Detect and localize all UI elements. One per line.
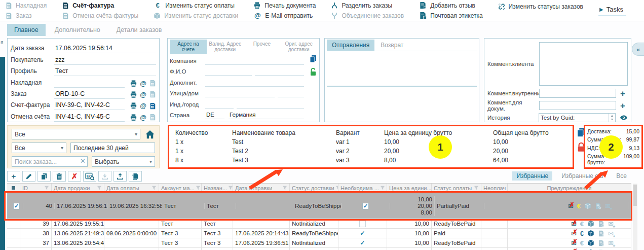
- header-select-all[interactable]: [7, 184, 20, 192]
- header-unit-price[interactable]: Цена за едини...: [387, 184, 432, 192]
- document-icon[interactable]: [149, 80, 156, 87]
- export-button[interactable]: [113, 171, 127, 182]
- toolbar-item-waybill[interactable]: Накладная: [5, 1, 47, 10]
- filter-funnel-icon[interactable]: [196, 186, 201, 191]
- search-eq-button[interactable]: EQ: [83, 171, 96, 182]
- filter-funnel-icon[interactable]: [228, 186, 233, 191]
- invoice-value[interactable]: INV-39-C, INV-42-C: [54, 101, 125, 110]
- toolbar-item-change-order-statuses[interactable]: Изменить статусы заказов: [498, 2, 583, 11]
- city-input[interactable]: [237, 101, 304, 109]
- tab-returns[interactable]: Возврат: [375, 40, 408, 51]
- collapse-panel-button[interactable]: «: [632, 43, 644, 56]
- order-row-40[interactable]: ✓ 40 17.06.2025 19:56:14 19.06.2025 16:3…: [7, 193, 631, 219]
- table-scrollbar[interactable]: [633, 184, 637, 250]
- clear-search-icon[interactable]: ✕: [80, 157, 86, 165]
- order-search-input[interactable]: [12, 156, 88, 167]
- lastname-input[interactable]: [255, 68, 304, 76]
- copy-page-button[interactable]: [129, 171, 142, 182]
- firstname-input[interactable]: [205, 68, 252, 76]
- print-icon[interactable]: [130, 80, 137, 87]
- toolbar-item-send-email[interactable]: @E-Mail отправить: [253, 11, 316, 20]
- required-checkbox-empty[interactable]: [359, 221, 366, 227]
- email-icon[interactable]: @: [140, 91, 146, 98]
- tab-main[interactable]: Главное: [7, 24, 46, 36]
- toolbar-item-invoice[interactable]: Счёт-фактура: [62, 1, 138, 10]
- copy-address-icon[interactable]: [309, 55, 317, 63]
- header-name[interactable]: Назван...: [202, 184, 233, 192]
- order-row-36[interactable]: 36 13.06.2025 20:53:04 Тест 3 Тест 3 Not…: [7, 248, 631, 250]
- required-checkbox-checked[interactable]: ✓: [362, 203, 369, 209]
- delete-order-button[interactable]: [53, 171, 66, 182]
- import-button[interactable]: [98, 171, 111, 182]
- filter-funnel-icon[interactable]: [380, 186, 385, 191]
- header-account[interactable]: Аккаунт ма...: [159, 184, 202, 192]
- country-name-input[interactable]: Германия: [229, 112, 304, 119]
- toolbar-item-merge-orders[interactable]: Объединение заказов: [331, 11, 404, 20]
- channel-filter-select[interactable]: Все▾: [12, 129, 140, 139]
- print-icon[interactable]: [130, 114, 137, 121]
- eye-icon[interactable]: [620, 114, 628, 122]
- toolbar-item-add-review[interactable]: Добавить отзыв: [419, 1, 482, 10]
- street-input[interactable]: [205, 90, 275, 97]
- print-icon[interactable]: [130, 91, 137, 98]
- toolbar-item-split-orders[interactable]: Разделить заказы: [331, 1, 404, 10]
- row-checkbox-checked[interactable]: ✓: [13, 203, 20, 209]
- toolbar-item-change-delivery-status[interactable]: Изменить статус доставки: [154, 11, 238, 20]
- document-icon[interactable]: [149, 91, 156, 98]
- header-required[interactable]: Необходима ...: [338, 184, 387, 192]
- zip-input[interactable]: [205, 101, 234, 109]
- email-icon[interactable]: @: [140, 80, 146, 87]
- add-internal-comment-button[interactable]: +: [620, 89, 625, 98]
- unlock-icon[interactable]: [309, 68, 317, 76]
- header-unpaid[interactable]: Неоплач: [481, 184, 508, 192]
- toolbar-item-cancel-invoice[interactable]: Отмена счёта-фактуры: [62, 11, 138, 20]
- tab-billing-address[interactable]: Адрес на счете: [170, 40, 207, 54]
- country-code-input[interactable]: DE: [205, 112, 224, 119]
- tasks-button[interactable]: ▶ Tasks: [598, 5, 626, 16]
- header-payment-date[interactable]: Дата оплаты: [104, 184, 159, 192]
- order-date-value[interactable]: 17.06.2025 19:56:14: [54, 45, 156, 53]
- filter-funnel-icon[interactable]: [282, 186, 287, 191]
- collapsed-side-panel[interactable]: [0, 57, 5, 250]
- email-icon[interactable]: @: [140, 102, 146, 110]
- home-icon[interactable]: [145, 129, 155, 139]
- header-warnings[interactable]: Предупреждения: [508, 184, 631, 192]
- company-input[interactable]: [205, 57, 304, 65]
- tab-other[interactable]: Прочее: [244, 40, 281, 54]
- document-icon[interactable]: [149, 102, 156, 110]
- copy-order-button[interactable]: [37, 171, 51, 182]
- order-row-37[interactable]: 37 13.06.2025 20:54:43 Тест 3 Тест 3 17.…: [7, 238, 631, 248]
- history-input[interactable]: [539, 113, 616, 122]
- house-input[interactable]: [278, 90, 304, 97]
- scrollbar-thumb[interactable]: [633, 185, 637, 206]
- tab-original-shipping-address[interactable]: Ориг. адрес доставки: [280, 40, 317, 54]
- remove-order-button[interactable]: ✗: [68, 171, 81, 182]
- add-document-comment-button[interactable]: +: [620, 101, 625, 110]
- status-filter-select[interactable]: Все▾: [12, 142, 66, 153]
- header-sale-date[interactable]: Дата продажи: [52, 184, 104, 192]
- tab-additional[interactable]: Дополнительно: [48, 24, 107, 36]
- header-payment-status[interactable]: Статус оплаты: [432, 184, 481, 192]
- toolbar-item-change-payment-status[interactable]: €Изменить статус оплаты: [154, 1, 238, 10]
- tab-valid-shipping-address[interactable]: Валид. Адрес доставки: [207, 40, 244, 54]
- header-id[interactable]: ID: [20, 184, 52, 192]
- toolbar-item-print-document[interactable]: Печать документа: [253, 1, 316, 10]
- add-order-button[interactable]: +: [7, 171, 20, 182]
- toolbar-item-order[interactable]: Заказ: [5, 11, 47, 20]
- order-row-39[interactable]: 39 17.06.2025 19:55:10 Тест Тест NotInit…: [7, 219, 631, 229]
- order-row-38[interactable]: 38 13.06.2025 21:49:35 09.06.2025 0:00:0…: [7, 229, 631, 238]
- filter-funnel-icon[interactable]: [474, 186, 479, 191]
- client-comment-textarea[interactable]: [539, 42, 628, 86]
- tab-favorites-old[interactable]: Избранные old: [557, 171, 607, 181]
- tab-all[interactable]: Все: [612, 171, 631, 181]
- tab-shipments[interactable]: Отправления: [327, 40, 374, 51]
- edit-order-button[interactable]: [22, 171, 35, 182]
- order-number-value[interactable]: ORD-10-C: [54, 90, 125, 99]
- history-spinner[interactable]: [608, 114, 615, 122]
- toolbar-item-postal-label[interactable]: Почтовая этикетка: [419, 11, 482, 20]
- profile-value[interactable]: Тест: [54, 67, 156, 76]
- invoice-cancel-value[interactable]: INV-41-C, INV-45-C: [54, 113, 125, 122]
- header-delivery-status[interactable]: Статус доставки: [290, 184, 338, 192]
- filter-funnel-icon[interactable]: [151, 186, 157, 191]
- document-comment-input[interactable]: [539, 101, 616, 110]
